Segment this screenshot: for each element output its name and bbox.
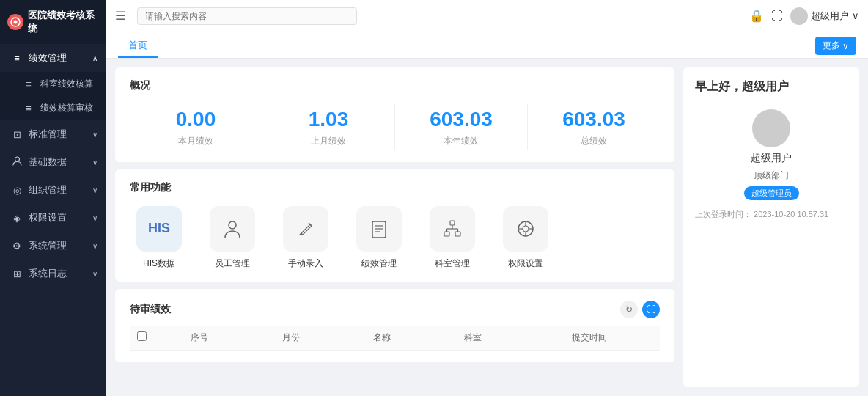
arrow-icon-3: ∨ xyxy=(92,158,98,166)
perf-mgmt-icon-box xyxy=(356,206,402,252)
arrow-icon-2: ∨ xyxy=(92,131,98,139)
app-logo: 医院绩效考核系统 xyxy=(0,0,106,44)
stat-last-month-label: 上月绩效 xyxy=(262,135,394,147)
svg-point-2 xyxy=(15,157,19,161)
sidebar: 医院绩效考核系统 ≡ 绩效管理 ∧ ≡ 科室绩效核算 ≡ 绩效核算审核 ⊡ 标准… xyxy=(0,0,106,396)
logo-icon xyxy=(7,14,23,30)
th-dept: 科室 xyxy=(427,326,518,351)
header-user[interactable]: 超级用户 ∨ xyxy=(790,7,859,25)
svg-rect-8 xyxy=(450,221,455,225)
more-arrow-icon: ∨ xyxy=(842,41,849,51)
stat-current-year-label: 本年绩效 xyxy=(395,135,527,147)
user-role-badge: 超级管理员 xyxy=(744,186,799,200)
header-avatar xyxy=(790,7,808,25)
overview-title: 概况 xyxy=(130,79,660,92)
header-right: 🔒 ⛶ 超级用户 ∨ xyxy=(749,7,859,25)
app-title: 医院绩效考核系统 xyxy=(28,9,99,35)
sidebar-item-dept-calc[interactable]: ≡ 科室绩效核算 xyxy=(0,72,106,96)
function-staff[interactable]: 员工管理 xyxy=(203,206,262,270)
his-label: HIS数据 xyxy=(143,257,175,270)
sidebar-item-sys-mgmt[interactable]: ⚙ 系统管理 ∨ xyxy=(0,232,106,260)
refresh-button[interactable]: ↻ xyxy=(620,301,638,318)
fullscreen-button[interactable]: ⛶ xyxy=(642,301,660,318)
function-his[interactable]: HIS HIS数据 xyxy=(130,206,188,270)
tab-bar: 首页 更多 ∨ xyxy=(106,32,868,59)
sidebar-item-performance-label: 绩效管理 xyxy=(29,51,67,65)
sidebar-item-basic-data[interactable]: 基础数据 ∨ xyxy=(0,148,106,176)
sidebar-item-performance[interactable]: ≡ 绩效管理 ∧ xyxy=(0,44,106,72)
sidebar-item-auth-settings-label: 权限设置 xyxy=(29,211,67,224)
arrow-icon-5: ∨ xyxy=(92,214,98,222)
functions-card: 常用功能 HIS HIS数据 员工管理 xyxy=(115,169,674,282)
content-area: 概况 0.00 本月绩效 1.03 上月绩效 603.03 本年绩效 xyxy=(106,59,868,396)
more-button[interactable]: 更多 ∨ xyxy=(815,37,856,55)
perf-mgmt-label: 绩效管理 xyxy=(361,257,397,270)
menu-toggle-icon[interactable]: ☰ xyxy=(115,9,125,23)
fullscreen-icon[interactable]: ⛶ xyxy=(771,10,783,23)
dept-mgmt-icon-box xyxy=(430,206,475,252)
pending-title: 待审绩效 xyxy=(130,303,171,316)
sidebar-item-dept-calc-label: 科室绩效核算 xyxy=(40,78,93,90)
stat-current-month-value: 0.00 xyxy=(130,107,262,132)
stat-current-year: 603.03 本年绩效 xyxy=(395,104,528,150)
manual-label: 手动录入 xyxy=(288,257,323,270)
user-card: 早上好，超级用户 超级用户 顶级部门 超级管理员 上次登录时间： 2023-10… xyxy=(683,67,859,387)
functions-grid: HIS HIS数据 员工管理 手动录入 xyxy=(130,206,660,270)
overview-card: 概况 0.00 本月绩效 1.03 上月绩效 603.03 本年绩效 xyxy=(115,67,674,162)
tab-home[interactable]: 首页 xyxy=(118,34,158,58)
auth-settings-icon: ◈ xyxy=(11,213,23,224)
last-login-label: 上次登录时间： xyxy=(695,210,751,219)
arrow-icon-4: ∨ xyxy=(92,186,98,194)
function-dept-mgmt[interactable]: 科室管理 xyxy=(423,206,482,270)
sidebar-item-standards-label: 标准管理 xyxy=(29,128,67,141)
his-icon-box: HIS xyxy=(136,206,182,252)
basic-data-icon xyxy=(11,156,23,168)
stat-total-label: 总绩效 xyxy=(528,135,660,147)
header-user-name: 超级用户 xyxy=(811,10,849,23)
arrow-icon: ∧ xyxy=(92,54,98,62)
pending-header: 待审绩效 ↻ ⛶ xyxy=(130,301,660,318)
sidebar-item-perf-review-label: 绩效核算审核 xyxy=(40,102,93,114)
main-container: ☰ 🔒 ⛶ 超级用户 ∨ 首页 更多 ∨ 概况 xyxy=(106,0,868,396)
sidebar-item-basic-data-label: 基础数据 xyxy=(29,155,67,169)
stat-total-value: 603.03 xyxy=(528,107,660,132)
arrow-icon-7: ∨ xyxy=(92,270,98,278)
sidebar-item-perf-review[interactable]: ≡ 绩效核算审核 xyxy=(0,96,106,120)
function-perf-mgmt[interactable]: 绩效管理 xyxy=(350,206,408,270)
functions-title: 常用功能 xyxy=(130,181,660,194)
stat-current-year-value: 603.03 xyxy=(395,107,527,132)
th-submit-time: 提交时间 xyxy=(519,326,660,351)
dept-calc-icon: ≡ xyxy=(23,78,34,89)
th-checkbox xyxy=(130,326,154,351)
user-last-login: 上次登录时间： 2023-10-20 10:57:31 xyxy=(695,209,847,220)
svg-rect-4 xyxy=(372,221,386,238)
lock-icon[interactable]: 🔒 xyxy=(749,9,764,23)
right-panel: 早上好，超级用户 超级用户 顶级部门 超级管理员 上次登录时间： 2023-10… xyxy=(683,67,859,387)
staff-label: 员工管理 xyxy=(215,257,250,270)
function-auth[interactable]: 权限设置 xyxy=(496,206,555,270)
sidebar-item-auth-settings[interactable]: ◈ 权限设置 ∨ xyxy=(0,204,106,232)
th-name: 名称 xyxy=(336,326,427,351)
sidebar-item-sys-log[interactable]: ⊞ 系统日志 ∨ xyxy=(0,260,106,287)
standards-icon: ⊡ xyxy=(11,129,23,140)
sidebar-item-org-mgmt[interactable]: ◎ 组织管理 ∨ xyxy=(0,176,106,204)
table-actions: ↻ ⛶ xyxy=(620,301,660,318)
sidebar-item-standards[interactable]: ⊡ 标准管理 ∨ xyxy=(0,120,106,148)
select-all-checkbox[interactable] xyxy=(137,331,147,341)
header-user-arrow: ∨ xyxy=(852,10,859,21)
svg-point-3 xyxy=(229,221,236,229)
pending-table: 序号 月份 名称 科室 提交时间 xyxy=(130,326,660,351)
function-manual[interactable]: 手动录入 xyxy=(276,206,335,270)
sys-mgmt-icon: ⚙ xyxy=(11,241,23,252)
stat-last-month-value: 1.03 xyxy=(262,107,394,132)
search-input[interactable] xyxy=(137,7,357,25)
svg-point-1 xyxy=(14,21,18,24)
performance-icon: ≡ xyxy=(11,53,23,64)
overview-stats: 0.00 本月绩效 1.03 上月绩效 603.03 本年绩效 603.03 总… xyxy=(130,104,660,150)
sidebar-item-org-mgmt-label: 组织管理 xyxy=(29,183,67,197)
manual-icon-box xyxy=(283,206,328,252)
sys-log-icon: ⊞ xyxy=(11,268,23,279)
pending-card: 待审绩效 ↻ ⛶ 序号 月份 名称 xyxy=(115,289,674,362)
perf-review-icon: ≡ xyxy=(23,103,34,114)
stat-total: 603.03 总绩效 xyxy=(528,104,660,150)
